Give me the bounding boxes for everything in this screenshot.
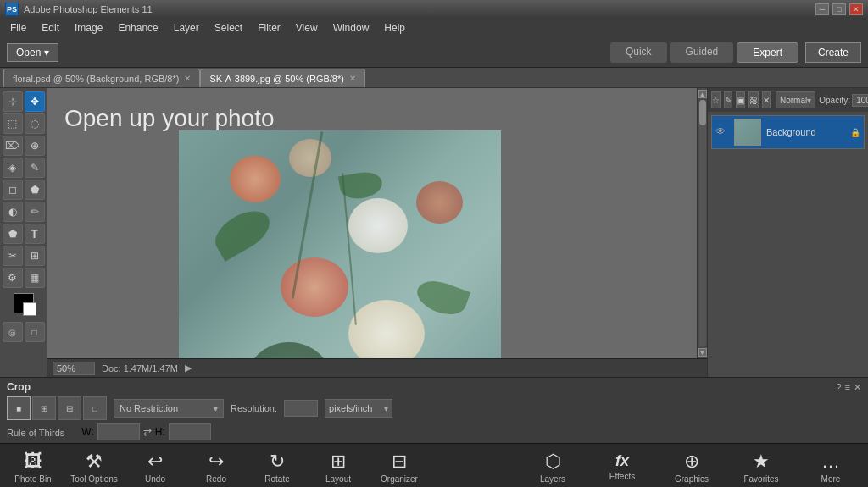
doc-tab-floral[interactable]: floral.psd @ 50% (Background, RGB/8*) ✕: [3, 69, 200, 87]
scroll-down-arrow[interactable]: ▼: [698, 348, 707, 357]
recompose-tool[interactable]: ⊞: [25, 246, 45, 266]
crop-help-icon[interactable]: ?: [836, 382, 841, 393]
canvas-area[interactable]: Open up your photo: [47, 88, 697, 358]
nav-arrow-icon[interactable]: ▶: [185, 362, 192, 374]
resolution-unit-dropdown[interactable]: pixels/inch ▾: [325, 399, 392, 418]
foreground-color[interactable]: [14, 293, 34, 313]
effects-button[interactable]: fx Effects: [588, 445, 656, 487]
favorites-button[interactable]: ★ Favorites: [727, 445, 795, 487]
menu-file[interactable]: File: [3, 20, 33, 36]
hand-tool[interactable]: ✥: [25, 91, 45, 112]
organizer-button[interactable]: ⊟ Organizer: [370, 445, 429, 487]
text-tool[interactable]: T: [25, 224, 45, 244]
layers-button[interactable]: ⬡ Layers: [519, 445, 587, 487]
brush-tool[interactable]: ✎: [25, 158, 45, 178]
zoom-tool[interactable]: ⊕: [25, 136, 45, 156]
background-color[interactable]: [23, 302, 36, 316]
menu-enhance[interactable]: Enhance: [111, 20, 164, 36]
layer-visibility-icon[interactable]: 👁: [715, 125, 729, 139]
move-tool[interactable]: ⊹: [3, 91, 23, 112]
maximize-button[interactable]: □: [832, 3, 846, 15]
crop-preset-1[interactable]: ■: [7, 396, 31, 420]
panel-icon-2[interactable]: ✎: [724, 91, 732, 108]
settings-tool[interactable]: ⚙: [3, 268, 23, 288]
canvas-and-scroll: Open up your photo: [47, 88, 707, 358]
pencil-tool[interactable]: ✏: [25, 202, 45, 222]
panel-icon-4[interactable]: ⛓: [748, 91, 759, 108]
doc-tabs: floral.psd @ 50% (Background, RGB/8*) ✕ …: [0, 68, 868, 88]
tool-pair-select: ⬚ ◌: [3, 113, 45, 134]
minimize-button[interactable]: ─: [815, 3, 829, 15]
open-button[interactable]: Open ▾: [7, 43, 58, 62]
paint-bucket-tool[interactable]: ⬟: [25, 180, 45, 200]
panel-icon-5[interactable]: ✕: [762, 91, 771, 108]
graphics-button[interactable]: ⊕ Graphics: [658, 445, 726, 487]
lasso-tool[interactable]: ◌: [25, 113, 45, 134]
redo-button[interactable]: ↪ Redo: [186, 445, 246, 487]
rotate-button[interactable]: ↻ Rotate: [248, 445, 307, 487]
tab-quick[interactable]: Quick: [610, 42, 667, 63]
zoom-input[interactable]: [53, 362, 95, 375]
crop-preset-2[interactable]: ⊞: [32, 396, 56, 420]
open-arrow-icon: ▾: [44, 47, 49, 58]
undo-button[interactable]: ↩ Undo: [125, 445, 185, 487]
crop-tool[interactable]: ✂: [3, 246, 23, 266]
create-button[interactable]: Create: [805, 42, 861, 63]
panel-icon-3[interactable]: ▣: [736, 91, 745, 108]
screen-mode-tool[interactable]: □: [25, 322, 45, 342]
title-bar: PS Adobe Photoshop Elements 11 ─ □ ✕: [0, 0, 868, 19]
w-input[interactable]: [97, 423, 140, 440]
canvas-scrollbar[interactable]: ▲ ▼: [697, 88, 707, 358]
flower-5: [348, 300, 425, 358]
menu-select[interactable]: Select: [208, 20, 249, 36]
menu-filter[interactable]: Filter: [251, 20, 287, 36]
canvas-area-wrapper: Open up your photo: [47, 88, 707, 377]
tab-guided[interactable]: Guided: [670, 42, 734, 63]
scroll-track[interactable]: [699, 100, 706, 346]
dodge-tool[interactable]: ◐: [3, 202, 23, 222]
blend-mode-dropdown[interactable]: Normal ▾: [776, 91, 815, 108]
more-button[interactable]: … More: [797, 445, 865, 487]
shape-tool[interactable]: ⬟: [3, 224, 23, 244]
crop-menu-icon[interactable]: ≡: [845, 382, 850, 393]
top-toolbar: Open ▾ Quick Guided Expert Create: [0, 37, 868, 68]
layer-row-background[interactable]: 👁 Background 🔒: [711, 115, 865, 149]
panel-icon-1[interactable]: ☆: [711, 91, 721, 108]
eyedropper-tool[interactable]: ◈: [3, 158, 23, 178]
doc-tab-floral-close[interactable]: ✕: [184, 74, 191, 83]
menu-edit[interactable]: Edit: [35, 20, 66, 36]
photo-bin-button[interactable]: 🖼 Photo Bin: [3, 445, 63, 487]
h-label: H:: [155, 426, 165, 438]
layout-button[interactable]: ⊞ Layout: [309, 445, 368, 487]
organizer-label: Organizer: [381, 474, 418, 484]
crop-close-icon[interactable]: ✕: [854, 382, 861, 393]
crop-preset-3[interactable]: ⊟: [58, 396, 81, 420]
quick-mask-tool[interactable]: ◎: [3, 322, 23, 342]
doc-tab-sk[interactable]: SK-A-3899.jpg @ 50% (RGB/8*) ✕: [200, 69, 365, 87]
menu-layer[interactable]: Layer: [167, 20, 206, 36]
h-input[interactable]: [169, 423, 211, 440]
tab-expert[interactable]: Expert: [737, 42, 798, 63]
crop-preset-4[interactable]: □: [83, 396, 107, 420]
menu-window[interactable]: Window: [326, 20, 376, 36]
scroll-thumb[interactable]: [699, 100, 706, 125]
resolution-input[interactable]: [284, 400, 318, 417]
dark-flower: [247, 342, 331, 358]
no-restriction-dropdown[interactable]: No Restriction ▾: [114, 399, 224, 418]
marquee-tool[interactable]: ⬚: [3, 113, 23, 134]
grid-tool[interactable]: ▦: [25, 268, 45, 288]
tool-pair-quick: ⌦ ⊕: [3, 136, 45, 156]
swap-icon[interactable]: ⇄: [143, 426, 152, 438]
title-bar-controls[interactable]: ─ □ ✕: [815, 3, 863, 15]
effects-icon: fx: [615, 452, 629, 470]
doc-tab-sk-close[interactable]: ✕: [349, 74, 356, 83]
menu-image[interactable]: Image: [68, 20, 109, 36]
menu-view[interactable]: View: [289, 20, 325, 36]
close-button[interactable]: ✕: [849, 3, 863, 15]
menu-help[interactable]: Help: [377, 20, 412, 36]
scroll-up-arrow[interactable]: ▲: [698, 90, 707, 98]
tool-options-button[interactable]: ⚒ Tool Options: [64, 445, 124, 487]
quick-select-tool[interactable]: ⌦: [3, 136, 23, 156]
eraser-tool[interactable]: ◻: [3, 180, 23, 200]
opacity-input[interactable]: [852, 94, 868, 107]
